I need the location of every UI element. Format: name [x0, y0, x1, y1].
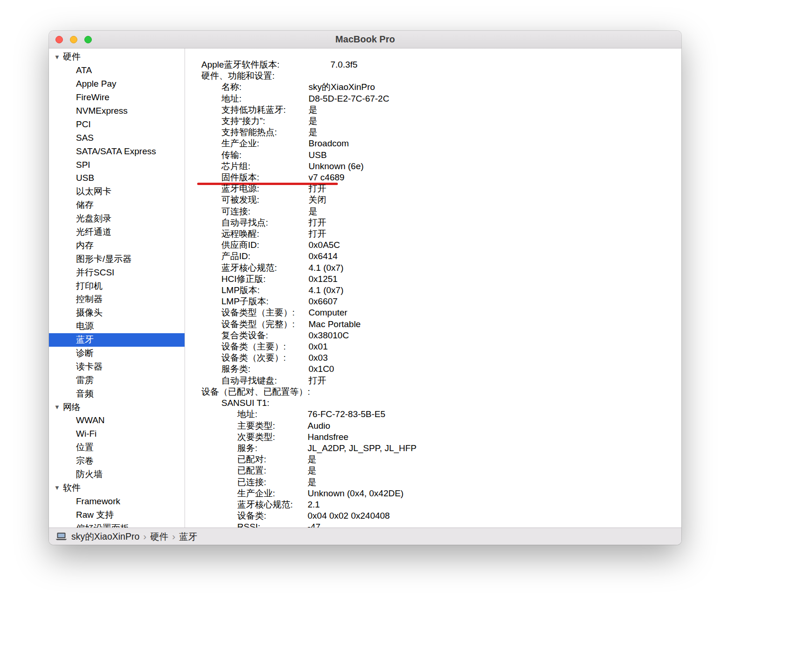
sidebar-item-storage[interactable]: 储存 [49, 199, 185, 212]
sidebar-item-label: 内存 [76, 240, 94, 252]
sidebar-item-pci[interactable]: PCI [49, 117, 185, 131]
sidebar-item-preference-panes[interactable]: 偏好设置面板 [49, 521, 185, 528]
sidebar-item-camera[interactable]: 摄像头 [49, 306, 185, 320]
sidebar-item-label: WWAN [76, 415, 105, 425]
sidebar-item-ethernet-cards[interactable]: 以太网卡 [49, 185, 185, 199]
sidebar-item-controller[interactable]: 控制器 [49, 293, 185, 306]
sidebar-item-label: 音频 [76, 388, 94, 400]
disclosure-triangle-icon[interactable]: ▼ [53, 404, 63, 411]
sidebar-item-firewall[interactable]: 防火墙 [49, 468, 185, 481]
sidebar-item-sata-sata-express[interactable]: SATA/SATA Express [49, 144, 185, 158]
sidebar-item-fibre-channel[interactable]: 光纤通道 [49, 226, 185, 239]
sidebar-item-thunderbolt[interactable]: 雷雳 [49, 373, 185, 387]
close-button[interactable] [55, 36, 63, 43]
info-label: 蓝牙核心规范: [237, 499, 308, 510]
sidebar: ▼硬件ATAApple PayFireWireNVMExpressPCISASS… [49, 48, 185, 528]
info-value: 0x03 [309, 352, 328, 363]
info-line: 设备（已配对、已配置等）: [201, 386, 677, 398]
breadcrumb-item[interactable]: 硬件 [150, 531, 168, 542]
info-value: Unknown (6e) [309, 161, 364, 172]
breadcrumb-item[interactable]: sky的XiaoXinPro [71, 531, 139, 542]
sidebar-item-raw-support[interactable]: Raw 支持 [49, 508, 185, 521]
sidebar-item-wwan[interactable]: WWAN [49, 414, 185, 427]
info-line: 设备类:0x04 0x02 0x240408 [201, 510, 677, 521]
sidebar-item-printers[interactable]: 打印机 [49, 279, 185, 293]
sidebar-item-nvmexpress[interactable]: NVMExpress [49, 104, 185, 118]
info-value: JL_A2DP, JL_SPP, JL_HFP [308, 443, 417, 454]
info-line: 芯片组:Unknown (6e) [201, 161, 677, 172]
sidebar-item-label: 储存 [76, 199, 94, 211]
sidebar-item-ata[interactable]: ATA [49, 64, 185, 77]
info-value: 关闭 [309, 194, 326, 206]
sidebar-item-label: 宗卷 [76, 455, 94, 467]
sidebar-item-hardware[interactable]: ▼硬件 [49, 50, 185, 64]
sidebar-item-label: 雷雳 [76, 374, 94, 386]
sidebar-item-memory[interactable]: 内存 [49, 239, 185, 252]
sidebar-item-label: USB [76, 173, 94, 183]
sidebar-item-disc-burning[interactable]: 光盘刻录 [49, 212, 185, 226]
sidebar-item-diagnostics[interactable]: 诊断 [49, 347, 185, 360]
sidebar-item-label: SPI [76, 160, 90, 170]
sidebar-item-label: NVMExpress [76, 106, 128, 116]
info-label: 地址: [221, 93, 309, 104]
info-label: 已配置: [237, 465, 308, 476]
info-label: 支持低功耗蓝牙: [221, 104, 309, 116]
titlebar[interactable]: MacBook Pro [49, 31, 681, 48]
info-label: 生产企业: [221, 138, 309, 149]
info-value: 0x1C0 [309, 363, 334, 375]
info-value: 是 [309, 127, 317, 138]
info-value: Handsfree [308, 432, 349, 443]
sidebar-item-apple-pay[interactable]: Apple Pay [49, 77, 185, 91]
sidebar-item-volumes[interactable]: 宗卷 [49, 454, 185, 468]
info-label: 芯片组: [221, 161, 309, 172]
info-line: 供应商ID:0x0A5C [201, 240, 677, 251]
sidebar-item-graphics-displays[interactable]: 图形卡/显示器 [49, 252, 185, 266]
disclosure-triangle-icon[interactable]: ▼ [53, 54, 63, 61]
info-line: 远程唤醒:打开 [201, 228, 677, 240]
sidebar-item-label: Framework [76, 496, 120, 507]
sidebar-item-sas[interactable]: SAS [49, 131, 185, 144]
info-value: Computer [309, 307, 347, 318]
info-value: v7 c4689 [309, 172, 344, 183]
sidebar-item-label: 打印机 [76, 280, 103, 292]
sidebar-item-parallel-scsi[interactable]: 并行SCSI [49, 266, 185, 279]
sidebar-item-label: PCI [76, 119, 91, 130]
sidebar-item-network[interactable]: ▼网络 [49, 400, 185, 414]
sidebar-item-label: 电源 [76, 320, 94, 332]
sidebar-item-firewire[interactable]: FireWire [49, 91, 185, 104]
info-lines: Apple蓝牙软件版本:7.0.3f5硬件、功能和设置:名称:sky的XiaoX… [201, 59, 677, 528]
zoom-button[interactable] [84, 36, 92, 43]
info-value: Broadcom [309, 138, 349, 149]
info-line: HCI修正版:0x1251 [201, 274, 677, 285]
info-line: 服务:JL_A2DP, JL_SPP, JL_HFP [201, 443, 677, 454]
info-line: 次要类型:Handsfree [201, 432, 677, 443]
sidebar-list: ▼硬件ATAApple PayFireWireNVMExpressPCISASS… [49, 50, 185, 528]
sidebar-item-locations[interactable]: 位置 [49, 441, 185, 454]
info-label: 设备类（主要）: [221, 341, 309, 352]
sidebar-item-audio[interactable]: 音频 [49, 387, 185, 400]
info-value: 0x1251 [309, 274, 337, 285]
info-label: SANSUI T1: [221, 398, 309, 409]
sidebar-item-framework[interactable]: Framework [49, 494, 185, 508]
minimize-button[interactable] [70, 36, 77, 43]
breadcrumb-item[interactable]: 蓝牙 [179, 531, 197, 542]
window-title: MacBook Pro [336, 34, 395, 45]
info-value: D8-5D-E2-7C-67-2C [309, 93, 389, 104]
sidebar-item-card-reader[interactable]: 读卡器 [49, 360, 185, 373]
info-label: 设备类型（主要）: [221, 307, 309, 318]
status-bar: sky的XiaoXinPro›硬件›蓝牙 [49, 528, 681, 545]
sidebar-item-power[interactable]: 电源 [49, 320, 185, 333]
sidebar-item-bluetooth[interactable]: 蓝牙 [49, 333, 185, 347]
sidebar-item-label: 控制器 [76, 293, 103, 305]
sidebar-item-label: 摄像头 [76, 307, 103, 319]
sidebar-item-usb[interactable]: USB [49, 171, 185, 185]
sidebar-item-wi-fi[interactable]: Wi-Fi [49, 427, 185, 441]
info-label: 硬件、功能和设置: [201, 70, 330, 82]
info-line: LMP子版本:0x6607 [201, 296, 677, 307]
disclosure-triangle-icon[interactable]: ▼ [53, 484, 63, 491]
sidebar-item-software[interactable]: ▼软件 [49, 481, 185, 495]
sidebar-item-spi[interactable]: SPI [49, 158, 185, 171]
info-line: 已配对:是 [201, 454, 677, 465]
info-line: Apple蓝牙软件版本:7.0.3f5 [201, 59, 677, 70]
info-label: 蓝牙电源: [221, 183, 309, 194]
